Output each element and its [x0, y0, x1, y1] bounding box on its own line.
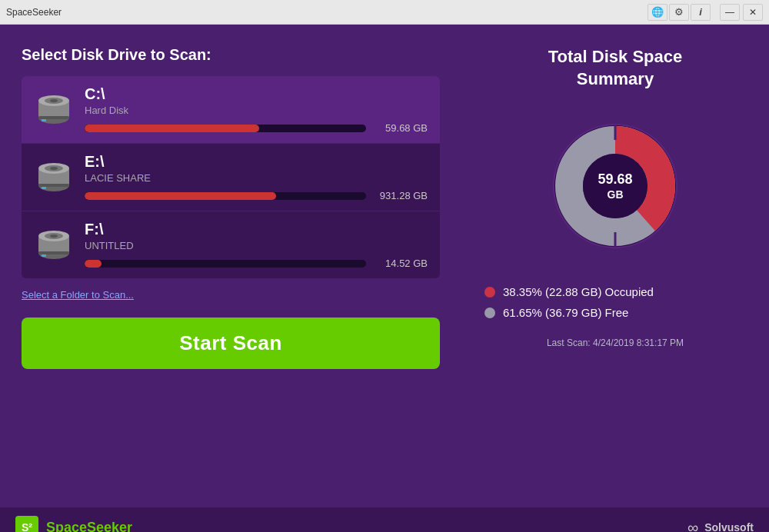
titlebar-title: SpaceSeeker: [6, 7, 647, 18]
disk-drive-icon-e: [34, 158, 74, 198]
footer-brand: Solvusoft: [704, 521, 754, 532]
globe-button[interactable]: 🌐: [647, 4, 667, 21]
disk-bar-fill-e: [85, 192, 276, 200]
last-scan-text: Last Scan: 4/24/2019 8:31:17 PM: [547, 337, 684, 348]
disk-info-f: F:\ UNTITLED 14.52 GB: [85, 221, 428, 269]
disk-bar-fill-f: [85, 260, 102, 268]
disk-bar-bg-e: [85, 192, 366, 200]
disk-name-e: E:\: [85, 153, 428, 171]
disk-bar-bg-f: [85, 260, 366, 268]
footer-left: S² SpaceSeeker: [15, 516, 132, 532]
footer-logo-badge: S²: [15, 516, 38, 532]
disk-name-c: C:\: [85, 85, 428, 103]
legend-item-occupied: 38.35% (22.88 GB) Occupied: [484, 285, 746, 298]
info-button[interactable]: i: [691, 4, 711, 21]
disk-label-f: UNTITLED: [85, 240, 428, 251]
legend-dot-occupied: [484, 287, 495, 298]
svg-point-11: [50, 167, 58, 170]
svg-rect-5: [38, 116, 69, 119]
svg-rect-6: [42, 119, 46, 121]
left-panel: Select Disk Drive to Scan: C:: [0, 25, 461, 507]
disk-info-c: C:\ Hard Disk 59.68 GB: [85, 85, 428, 134]
footer: S² SpaceSeeker ∞ Solvusoft: [0, 507, 769, 532]
legend-text-free: 61.65% (36.79 GB) Free: [503, 306, 628, 319]
select-folder-link[interactable]: Select a Folder to Scan...: [22, 289, 440, 301]
disk-drive-icon-c: [34, 90, 74, 130]
disk-label-c: Hard Disk: [85, 105, 428, 116]
disk-info-e: E:\ LACIE SHARE 931.28 GB: [85, 153, 428, 201]
disk-bar-row-f: 14.52 GB: [85, 258, 428, 269]
svg-point-18: [50, 234, 58, 238]
legend-text-occupied: 38.35% (22.88 GB) Occupied: [503, 285, 654, 298]
svg-rect-12: [38, 184, 69, 187]
titlebar: SpaceSeeker 🌐 ⚙ i — ✕: [0, 0, 769, 25]
footer-app-name-plain: Space: [46, 520, 87, 533]
svg-rect-19: [38, 251, 69, 254]
disk-bar-row-e: 931.28 GB: [85, 190, 428, 201]
disk-size-e: 931.28 GB: [374, 190, 428, 201]
svg-rect-20: [42, 254, 46, 257]
disk-size-f: 14.52 GB: [374, 258, 428, 269]
footer-right: ∞ Solvusoft: [687, 519, 754, 533]
disk-bar-bg-c: [85, 125, 366, 132]
start-scan-button[interactable]: Start Scan: [22, 318, 440, 369]
solvusoft-icon: ∞: [687, 519, 698, 533]
panel-title: Select Disk Drive to Scan:: [22, 46, 440, 64]
disk-item-e[interactable]: E:\ LACIE SHARE 931.28 GB: [22, 144, 440, 211]
footer-app-name-accent: Seeker: [87, 520, 132, 533]
summary-title: Total Disk Space Summary: [548, 46, 682, 90]
svg-rect-13: [42, 187, 46, 189]
legend-item-free: 61.65% (36.79 GB) Free: [484, 306, 746, 319]
titlebar-controls: 🌐 ⚙ i — ✕: [647, 4, 763, 21]
main-content: Select Disk Drive to Scan: C:: [0, 25, 769, 507]
donut-center-value: 59.68 GB: [598, 171, 632, 201]
right-panel: Total Disk Space Summary: [461, 25, 769, 507]
donut-chart: 59.68 GB: [534, 105, 696, 267]
disk-drive-icon-f: [34, 225, 74, 265]
minimize-button[interactable]: —: [720, 4, 740, 21]
disk-item-f[interactable]: F:\ UNTITLED 14.52 GB: [22, 211, 440, 278]
titlebar-icon-group: 🌐 ⚙ i: [647, 4, 711, 21]
disk-name-f: F:\: [85, 221, 428, 238]
disk-label-e: LACIE SHARE: [85, 172, 428, 184]
disk-item-c[interactable]: C:\ Hard Disk 59.68 GB: [22, 76, 440, 144]
disk-bar-row-c: 59.68 GB: [85, 122, 428, 134]
disk-bar-fill-c: [85, 125, 259, 132]
svg-point-4: [50, 99, 58, 102]
legend: 38.35% (22.88 GB) Occupied 61.65% (36.79…: [477, 285, 754, 327]
close-button[interactable]: ✕: [743, 4, 763, 21]
disk-size-c: 59.68 GB: [374, 122, 428, 134]
legend-dot-free: [484, 308, 495, 318]
settings-button[interactable]: ⚙: [669, 4, 689, 21]
footer-app-name: SpaceSeeker: [46, 520, 132, 533]
disk-list: C:\ Hard Disk 59.68 GB: [22, 76, 440, 278]
